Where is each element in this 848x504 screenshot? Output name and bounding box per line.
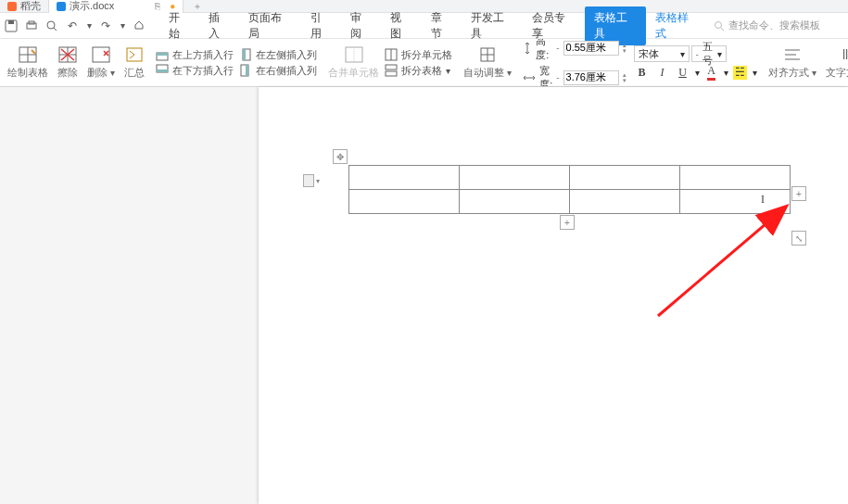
split-cell-button[interactable]: 拆分单元格: [385, 48, 452, 62]
width-input[interactable]: [563, 70, 619, 85]
insert-right-button[interactable]: 在右侧插入列: [239, 64, 317, 78]
height-control[interactable]: 高度: - ▴▾: [523, 39, 626, 62]
text-cursor-icon: I: [761, 193, 765, 207]
insert-right-icon: [239, 64, 252, 77]
print-icon[interactable]: [24, 19, 39, 33]
delete-button[interactable]: 删除 ▾: [83, 45, 119, 80]
table-row[interactable]: [349, 166, 791, 190]
height-input[interactable]: [563, 41, 619, 56]
underline-button[interactable]: U: [675, 65, 691, 80]
dimensions-group: 高度: - ▴▾ 宽度: - ▴▾: [523, 39, 626, 87]
svg-rect-27: [246, 65, 248, 76]
align-button[interactable]: 对齐方式 ▾: [765, 45, 820, 80]
summary-button[interactable]: 汇总: [120, 45, 148, 80]
redo-icon[interactable]: ↷: [98, 19, 113, 33]
highlight-button[interactable]: ☵: [732, 65, 749, 80]
width-icon: [523, 73, 536, 82]
svg-rect-25: [243, 49, 246, 60]
command-search[interactable]: 查找命令、搜索模板: [708, 17, 844, 34]
font-group: 宋体▾ -五号▾ B I U▾ A▾ ☵▾: [634, 45, 757, 80]
svg-rect-23: [157, 69, 168, 72]
undo-dropdown-icon[interactable]: ▾: [85, 19, 93, 33]
svg-rect-1: [8, 20, 14, 24]
autofit-button[interactable]: 自动调整 ▾: [460, 45, 515, 80]
erase-icon: [57, 45, 78, 64]
search-placeholder: 查找命令、搜索模板: [728, 19, 820, 32]
add-column-handle[interactable]: +: [791, 186, 806, 201]
doc-icon: [57, 2, 66, 11]
height-icon: [523, 42, 532, 55]
bold-button[interactable]: B: [634, 65, 651, 80]
draw-table-icon: [18, 45, 38, 64]
insert-below-icon: [156, 64, 169, 77]
quick-access-toolbar: ↶ ▾ ↷ ▾: [4, 19, 156, 33]
insert-above-icon: [156, 48, 169, 61]
insert-cols-group: 在左侧插入列 在右侧插入列: [239, 48, 317, 78]
tab-insert[interactable]: 插入: [199, 6, 239, 45]
textdir-icon: llA: [840, 45, 848, 64]
summary-icon: [124, 45, 145, 64]
merge-icon: [344, 45, 364, 64]
tab-layout[interactable]: 页面布局: [239, 6, 300, 45]
tab-developer[interactable]: 开发工具: [462, 6, 523, 45]
tab-home[interactable]: 稻壳: [0, 0, 49, 13]
svg-rect-33: [386, 71, 397, 76]
tab-label: 稻壳: [20, 0, 41, 13]
tab-review[interactable]: 审阅: [341, 6, 381, 45]
svg-text:llA: llA: [842, 47, 848, 62]
redo-dropdown-icon[interactable]: ▾: [119, 19, 126, 33]
font-size-select[interactable]: -五号▾: [691, 45, 727, 62]
insert-below-button[interactable]: 在下方插入行: [156, 64, 234, 78]
tab-start[interactable]: 开始: [159, 6, 199, 45]
erase-button[interactable]: 擦除: [54, 45, 82, 80]
tab-table-style[interactable]: 表格样式: [646, 6, 707, 45]
split-cell-icon: [385, 48, 398, 61]
tab-view[interactable]: 视图: [381, 6, 421, 45]
table-row[interactable]: [349, 190, 791, 214]
draw-table-button[interactable]: 绘制表格: [4, 45, 52, 80]
document-page[interactable]: ▾ ✥ + + ⤡ I: [259, 87, 848, 504]
format-painter-icon[interactable]: [132, 19, 146, 33]
svg-rect-32: [386, 65, 397, 69]
undo-icon[interactable]: ↶: [65, 19, 80, 33]
font-name-select[interactable]: 宋体▾: [634, 45, 690, 62]
tab-references[interactable]: 引用: [301, 6, 341, 45]
resize-handle-icon[interactable]: ⤡: [791, 231, 806, 246]
delete-icon: [91, 45, 111, 64]
insert-left-button[interactable]: 在左侧插入列: [239, 48, 317, 62]
merge-cells-button[interactable]: 合并单元格: [324, 45, 383, 80]
save-icon[interactable]: [4, 19, 19, 33]
tab-section[interactable]: 章节: [422, 6, 462, 45]
menu-bar: ↶ ▾ ↷ ▾ 开始 插入 页面布局 引用 审阅 视图 章节 开发工具 会员专享…: [0, 13, 848, 39]
search-icon: [714, 20, 725, 32]
svg-point-6: [715, 21, 721, 28]
document-table[interactable]: [348, 165, 791, 214]
svg-point-4: [47, 21, 55, 29]
split-table-icon: [385, 64, 398, 77]
tab-label: 演示.docx: [70, 0, 114, 13]
svg-line-5: [54, 28, 57, 31]
insert-left-icon: [239, 48, 252, 61]
align-icon: [782, 45, 803, 64]
outline-marker-icon[interactable]: [303, 174, 314, 187]
app-icon: [7, 2, 17, 11]
ribbon-toolbar: 绘制表格 擦除 删除 ▾ 汇总 在上方插入行 在下方插入行 在左侧插入列 在右侧…: [0, 39, 848, 87]
preview-icon[interactable]: [44, 19, 59, 33]
outline-dropdown-icon[interactable]: ▾: [316, 177, 320, 185]
italic-button[interactable]: I: [654, 65, 671, 80]
autofit-icon: [477, 45, 498, 64]
font-color-button[interactable]: A: [703, 65, 720, 80]
insert-rows-group: 在上方插入行 在下方插入行: [156, 48, 234, 78]
split-table-button[interactable]: 拆分表格 ▾: [385, 64, 452, 78]
table-container: ✥ + + ⤡ I: [348, 165, 791, 214]
text-direction-button[interactable]: llA 文字方向 ▾: [822, 45, 848, 80]
svg-line-7: [721, 28, 724, 31]
width-control[interactable]: 宽度: - ▴▾: [523, 64, 626, 88]
insert-above-button[interactable]: 在上方插入行: [156, 48, 234, 62]
svg-rect-21: [157, 53, 168, 56]
document-workspace: ▾ ✥ + + ⤡ I: [0, 87, 848, 504]
move-handle-icon[interactable]: ✥: [333, 149, 348, 164]
split-group: 拆分单元格 拆分表格 ▾: [385, 48, 452, 78]
add-row-handle[interactable]: +: [560, 215, 575, 230]
